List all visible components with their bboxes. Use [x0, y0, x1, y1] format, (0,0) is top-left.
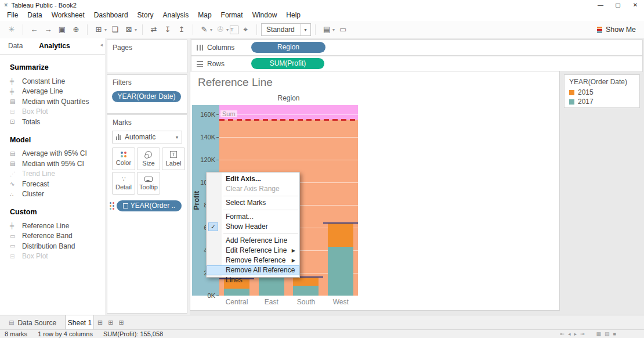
- save-button[interactable]: ▣: [55, 23, 69, 36]
- bar-south-2017[interactable]: [293, 286, 319, 296]
- add-data-source-button[interactable]: ⊕: [69, 23, 83, 36]
- analytics-item-median-with-95-ci[interactable]: ▤Median with 95% CI: [0, 159, 105, 169]
- menu-map[interactable]: Map: [193, 10, 216, 21]
- bar-south-2015[interactable]: [293, 277, 319, 286]
- next-sheet-icon[interactable]: ▸: [574, 331, 577, 337]
- analytics-item-reference-band[interactable]: ▭Reference Band: [0, 231, 105, 242]
- previous-sheet-icon[interactable]: ◂: [568, 331, 571, 337]
- filter-pill-year-order-date[interactable]: YEAR(Order Date): [112, 91, 181, 102]
- fix-axes-button[interactable]: ⌖: [238, 23, 252, 36]
- context-menu-item-format[interactable]: Format...: [207, 212, 299, 222]
- maximize-icon[interactable]: ▢: [609, 0, 627, 10]
- duplicate-sheet-button[interactable]: ❏: [108, 23, 122, 36]
- tooltip-button[interactable]: Tooltip: [137, 172, 160, 195]
- fit-selector[interactable]: Standard ▾: [261, 23, 311, 36]
- analytics-item-forecast[interactable]: ∿Forecast: [0, 179, 105, 189]
- column-field-header[interactable]: Region: [219, 94, 358, 102]
- x-axis-label-south[interactable]: South: [289, 298, 324, 306]
- menu-help[interactable]: Help: [281, 10, 305, 21]
- analytics-item-distribution-band[interactable]: ▭Distribution Band: [0, 241, 105, 251]
- new-worksheet-button[interactable]: ⊞: [92, 23, 106, 36]
- tab-analytics[interactable]: Analytics: [31, 38, 78, 54]
- pages-shelf[interactable]: Pages: [107, 39, 187, 73]
- menu-story[interactable]: Story: [133, 10, 158, 21]
- minimize-icon[interactable]: —: [592, 0, 609, 10]
- marks-pill-year-order-date[interactable]: YEAR(Order ..: [117, 200, 182, 211]
- last-sheet-icon[interactable]: ⇥: [580, 331, 585, 337]
- show-hide-cards-button[interactable]: ▤: [320, 23, 334, 36]
- context-menu-item-edit-reference-line[interactable]: Edit Reference Line▶: [207, 246, 299, 256]
- show-mark-labels-button[interactable]: T: [230, 26, 238, 34]
- cell-sum-line-west[interactable]: [323, 222, 358, 224]
- columns-shelf[interactable]: Columns Region: [191, 39, 643, 56]
- menu-data[interactable]: Data: [23, 10, 46, 21]
- collapse-pane-icon[interactable]: ◂: [100, 42, 103, 48]
- presentation-mode-button[interactable]: ▭: [336, 23, 350, 36]
- sum-reference-line[interactable]: [219, 119, 358, 121]
- color-button[interactable]: Color: [112, 148, 135, 170]
- bar-central-2017[interactable]: [224, 289, 249, 296]
- label-button[interactable]: T Label: [162, 148, 185, 170]
- first-sheet-icon[interactable]: ⇤: [560, 331, 565, 337]
- menu-format[interactable]: Format: [216, 10, 248, 21]
- analytics-item-cluster[interactable]: ∴Cluster: [0, 189, 105, 200]
- tableau-toolbar-logo-icon[interactable]: ✳: [5, 23, 19, 36]
- show-filmstrip-view-icon[interactable]: ▤: [605, 331, 610, 337]
- clear-sheet-button[interactable]: ⊠: [122, 23, 136, 36]
- rows-pill-sum-profit[interactable]: SUM(Profit): [251, 58, 324, 69]
- menu-file[interactable]: File: [2, 10, 23, 21]
- chevron-down-icon[interactable]: ▾: [172, 135, 182, 140]
- sort-ascending-button[interactable]: ↧: [161, 23, 175, 36]
- mark-type-dropdown[interactable]: Automatic ▾: [112, 131, 182, 143]
- chevron-down-icon[interactable]: ▾: [135, 27, 137, 33]
- new-story-tab-button[interactable]: ⊞: [118, 319, 124, 326]
- analytics-item-average-line[interactable]: ╪Average Line: [0, 87, 105, 97]
- size-button[interactable]: Size: [137, 148, 160, 170]
- analytics-item-median-with-quartiles[interactable]: ▤Median with Quartiles: [0, 96, 105, 107]
- context-menu-item-remove-all-reference-lines[interactable]: Remove All Reference Lines: [207, 265, 299, 275]
- menu-window[interactable]: Window: [248, 10, 282, 21]
- color-legend-card[interactable]: YEAR(Order Date) 20152017: [564, 74, 640, 108]
- show-sheet-sorter-icon[interactable]: ■: [613, 331, 616, 337]
- close-icon[interactable]: ✕: [627, 0, 644, 10]
- chevron-down-icon[interactable]: ▾: [332, 27, 335, 33]
- analytics-item-reference-line[interactable]: ╪Reference Line: [0, 221, 105, 231]
- legend-item-2017[interactable]: 2017: [565, 97, 639, 106]
- analytics-item-constant-line[interactable]: ╪Constant Line: [0, 76, 105, 87]
- bar-west-2017[interactable]: [328, 247, 353, 296]
- menu-worksheet[interactable]: Worksheet: [47, 10, 89, 21]
- x-axis-label-west[interactable]: West: [323, 298, 358, 306]
- redo-button[interactable]: →: [41, 23, 55, 36]
- menu-dashboard[interactable]: Dashboard: [89, 10, 133, 21]
- chevron-down-icon[interactable]: ▾: [104, 27, 107, 33]
- menu-analysis[interactable]: Analysis: [158, 10, 194, 21]
- show-me-button[interactable]: Show Me: [597, 26, 636, 34]
- context-menu-item-remove-reference-line[interactable]: Remove Reference Line▶: [207, 256, 299, 265]
- bar-west-2015[interactable]: [328, 223, 353, 247]
- context-menu-item-select-marks[interactable]: Select Marks: [207, 198, 299, 208]
- tab-data[interactable]: Data: [0, 38, 31, 54]
- rows-shelf[interactable]: Rows SUM(Profit): [191, 56, 643, 72]
- tab-sheet-1[interactable]: Sheet 1: [66, 315, 94, 330]
- x-axis-label-central[interactable]: Central: [219, 298, 254, 306]
- context-menu-item-add-reference-line[interactable]: Add Reference Line: [207, 236, 299, 246]
- show-tabs-view-icon[interactable]: ▦: [596, 331, 602, 337]
- x-axis-label-east[interactable]: East: [254, 298, 289, 306]
- sort-descending-button[interactable]: ↥: [175, 23, 189, 36]
- swap-rows-columns-button[interactable]: ⇄: [147, 23, 161, 36]
- context-menu-item-edit-axis[interactable]: Edit Axis...: [207, 174, 299, 184]
- chevron-down-icon[interactable]: ▾: [210, 27, 212, 33]
- legend-item-2015[interactable]: 2015: [565, 88, 639, 97]
- analytics-item-average-with-95-ci[interactable]: ▤Average with 95% CI: [0, 149, 105, 159]
- analytics-item-totals[interactable]: ⊡Totals: [0, 117, 105, 127]
- new-dashboard-tab-button[interactable]: ⊞: [108, 319, 113, 326]
- filters-shelf[interactable]: Filters YEAR(Order Date): [107, 74, 187, 114]
- data-source-tab[interactable]: ▤ Data Source: [0, 315, 66, 330]
- undo-button[interactable]: ←: [27, 23, 41, 36]
- columns-pill-region[interactable]: Region: [251, 42, 325, 53]
- chevron-down-icon[interactable]: ▾: [300, 24, 310, 35]
- context-menu-item-show-header[interactable]: ✓Show Header: [207, 222, 299, 232]
- detail-button[interactable]: ∵ Detail: [112, 172, 135, 195]
- highlight-button[interactable]: ✎: [197, 23, 211, 36]
- new-worksheet-tab-button[interactable]: ⊞: [97, 319, 103, 326]
